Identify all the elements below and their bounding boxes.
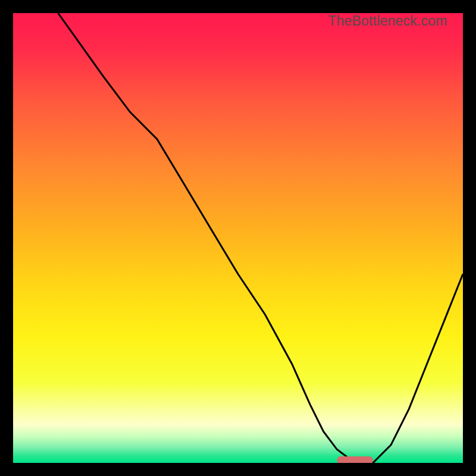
gradient-background (13, 13, 463, 463)
bottleneck-chart (13, 13, 463, 463)
optimal-zone-marker (337, 456, 373, 463)
chart-frame: TheBottleneck.com (13, 13, 463, 463)
watermark-text: TheBottleneck.com (328, 13, 447, 29)
